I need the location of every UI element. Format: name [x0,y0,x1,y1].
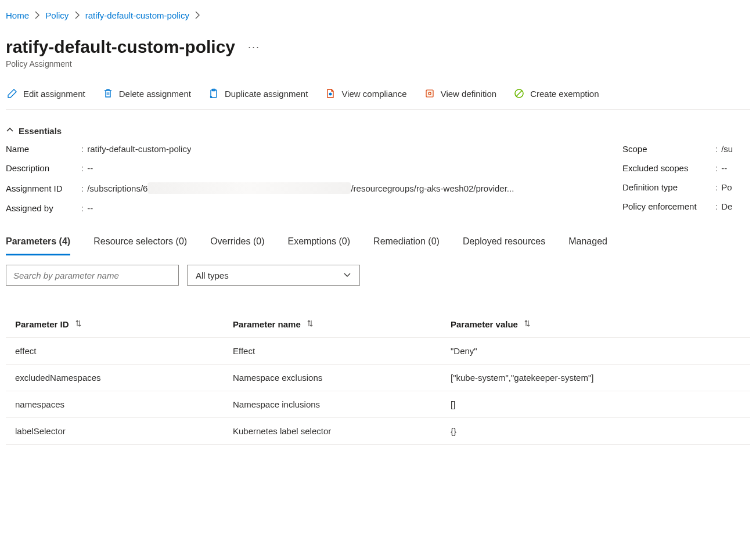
tab-overrides[interactable]: Overrides (0) [210,233,264,255]
col-value-label: Parameter value [451,319,518,329]
cell-param-value: ["kube-system","gatekeeper-system"] [451,373,741,383]
search-input[interactable] [6,265,179,286]
ess-id-prefix: /subscriptions/6 [87,183,147,193]
essentials-scope: Scope : /su [622,144,750,154]
essentials-assigned-by: Assigned by : -- [6,203,599,213]
edit-assignment-button[interactable]: Edit assignment [6,86,87,101]
essentials-name: Name : ratify-default-custom-policy [6,144,599,154]
essentials-assignment-id: Assignment ID : /subscriptions/6/resourc… [6,182,599,194]
redacted-block [147,182,351,194]
tab-managed[interactable]: Managed [568,233,607,255]
duplicate-assignment-label: Duplicate assignment [225,89,308,99]
definition-icon [424,88,435,99]
essentials-description: Description : -- [6,163,599,173]
essentials-definition-type: Definition type : Po [622,182,750,192]
tab-parameters[interactable]: Parameters (4) [6,233,70,255]
toolbar: Edit assignment Delete assignment Duplic… [6,81,750,110]
edit-assignment-label: Edit assignment [23,89,85,99]
type-select-value: All types [196,271,229,280]
ess-def-value: Po [721,182,732,192]
more-actions-button[interactable]: ··· [246,41,262,53]
ess-enf-label: Policy enforcement [622,201,715,211]
cell-param-name: Effect [233,346,451,356]
sort-icon [524,319,531,327]
ess-scope-value: /su [721,144,733,154]
svg-rect-3 [426,90,433,97]
ess-by-label: Assigned by [6,203,81,213]
sort-icon [75,319,82,327]
cell-param-id: namespaces [15,399,233,409]
type-select[interactable]: All types [187,265,360,286]
document-shield-icon [325,88,336,99]
breadcrumb: Home Policy ratify-default-custom-policy [6,0,750,27]
chevron-up-icon [6,126,14,136]
essentials-excluded-scopes: Excluded scopes : -- [622,163,750,173]
cell-param-id: excludedNamespaces [15,373,233,383]
create-exemption-button[interactable]: Create exemption [513,86,600,101]
tab-list: Parameters (4) Resource selectors (0) Ov… [6,233,750,255]
filter-row: All types [6,265,750,286]
ess-desc-value: -- [87,163,93,173]
table-row[interactable]: namespaces Namespace inclusions [] [6,391,750,418]
delete-assignment-label: Delete assignment [119,89,191,99]
ess-id-label: Assignment ID [6,183,81,193]
col-parameter-name[interactable]: Parameter name [233,319,451,329]
view-compliance-label: View compliance [341,89,406,99]
chevron-right-icon [35,11,39,21]
ess-desc-label: Description [6,163,81,173]
ess-by-value: -- [87,203,93,213]
ess-name-label: Name [6,144,81,154]
cell-param-name: Namespace inclusions [233,399,451,409]
cell-param-value: [] [451,399,741,409]
ess-id-value: /subscriptions/6/resourcegroups/rg-aks-w… [87,182,514,194]
essentials-label: Essentials [19,126,62,136]
page-title: ratify-default-custom-policy [6,37,235,57]
breadcrumb-current[interactable]: ratify-default-custom-policy [85,10,189,20]
table-row[interactable]: labelSelector Kubernetes label selector … [6,418,750,445]
ess-name-value: ratify-default-custom-policy [87,144,191,154]
cell-param-value: "Deny" [451,346,741,356]
tab-remediation[interactable]: Remediation (0) [373,233,440,255]
create-exemption-label: Create exemption [530,89,599,99]
cell-param-name: Kubernetes label selector [233,426,451,436]
chevron-right-icon [75,11,80,21]
essentials-toggle[interactable]: Essentials [6,126,750,136]
ess-excl-label: Excluded scopes [622,163,715,173]
tab-resource-selectors[interactable]: Resource selectors (0) [93,233,187,255]
view-definition-button[interactable]: View definition [423,86,498,101]
clipboard-icon [208,88,219,99]
sort-icon [307,319,314,327]
col-name-label: Parameter name [233,319,301,329]
view-definition-label: View definition [441,89,496,99]
ess-enf-value: De [721,201,732,211]
chevron-right-icon [195,11,200,21]
cell-param-value: {} [451,426,741,436]
pencil-icon [7,88,17,99]
chevron-down-icon [343,271,351,280]
trash-icon [103,88,113,99]
ess-excl-value: -- [721,163,727,173]
breadcrumb-policy[interactable]: Policy [45,10,69,20]
table-row[interactable]: effect Effect "Deny" [6,338,750,365]
essentials-body: Name : ratify-default-custom-policy Desc… [6,144,750,213]
table-header: Parameter ID Parameter name Parameter va… [6,311,750,338]
col-id-label: Parameter ID [15,319,69,329]
duplicate-assignment-button[interactable]: Duplicate assignment [207,86,309,101]
tab-exemptions[interactable]: Exemptions (0) [287,233,350,255]
view-compliance-button[interactable]: View compliance [324,86,408,101]
table-row[interactable]: excludedNamespaces Namespace exclusions … [6,365,750,391]
essentials-policy-enforcement: Policy enforcement : De [622,201,750,211]
cell-param-id: labelSelector [15,426,233,436]
delete-assignment-button[interactable]: Delete assignment [102,86,192,101]
ess-def-label: Definition type [622,182,715,192]
cell-param-id: effect [15,346,233,356]
col-parameter-id[interactable]: Parameter ID [15,319,233,329]
breadcrumb-home[interactable]: Home [6,10,29,20]
col-parameter-value[interactable]: Parameter value [451,319,741,329]
page-subtitle: Policy Assignment [6,59,750,69]
exemption-icon [514,88,524,99]
tab-deployed-resources[interactable]: Deployed resources [463,233,545,255]
svg-point-2 [329,93,332,96]
parameter-table: Parameter ID Parameter name Parameter va… [6,311,750,445]
ess-id-suffix: /resourcegroups/rg-aks-wesh02/provider..… [351,183,514,193]
